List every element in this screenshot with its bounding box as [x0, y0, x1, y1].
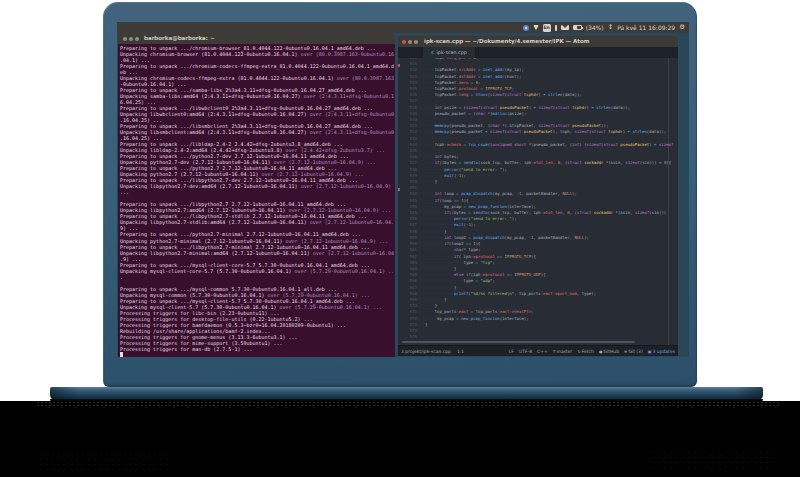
- status-label: Fetch: [582, 349, 594, 354]
- status-item-fetch[interactable]: ↻Fetch: [577, 349, 594, 354]
- shadow-speckle-right: [650, 450, 775, 470]
- line-number-gutter: 530 531 532 533 534 535 536 537 538 539 …: [398, 58, 417, 340]
- git-diff-marker: [398, 188, 400, 191]
- statusbar-right: LFUTF-8C++ϒmaster↻Fetch●GitHub⊕Git (3)▣3…: [509, 349, 675, 354]
- atom-title: ipk-scan.cpp — ~/Dokumenty/4.semester/IP…: [424, 36, 589, 47]
- close-icon[interactable]: [402, 40, 406, 44]
- code-editor[interactable]: 530 531 532 533 534 535 536 537 538 539 …: [398, 58, 678, 345]
- maximize-icon[interactable]: [135, 37, 139, 41]
- status-label: LF: [509, 349, 514, 354]
- terminal-cursor: [120, 352, 123, 357]
- atom-window: ipk-scan.cpp — ~/Dokumenty/4.semester/IP…: [398, 36, 678, 356]
- system-tray: En (34%) ↕ Pá kvě 11 16:09:29 ⚙: [523, 22, 685, 33]
- terminal-titlebar[interactable]: barborka@barborka: ~: [118, 33, 395, 44]
- battery-icon[interactable]: [573, 25, 582, 30]
- status-item-3-updates[interactable]: ▣3 updates: [648, 349, 675, 354]
- tab-label: ipk-scan.cpp: [437, 50, 467, 55]
- gear-icon[interactable]: ⚙: [679, 22, 685, 33]
- git-diff-marker: [398, 64, 400, 67]
- atom-statusbar: 2.projekt/ipk-scan.cpp 1:1 LFUTF-8C++ϒma…: [398, 345, 678, 356]
- status-item-git-3-[interactable]: ⊕Git (3): [624, 349, 643, 354]
- status-label: 3 updates: [653, 349, 676, 354]
- terminal-window: barborka@barborka: ~ Preparing to unpack…: [118, 33, 395, 357]
- status-item-master[interactable]: ϒmaster: [553, 349, 573, 354]
- code-text: ····tcph->urg_ptr = 0; ····tcpPacket.src…: [425, 58, 678, 340]
- maximize-icon[interactable]: [414, 40, 418, 44]
- terminal-output: Preparing to unpack .../chromium-browser…: [118, 44, 395, 357]
- sync-arrows-icon[interactable]: ↕: [608, 22, 613, 33]
- status-cursor-position[interactable]: 1:1: [457, 349, 464, 354]
- base-shadow-speckle: [36, 401, 780, 408]
- status-label: GitHub: [603, 349, 619, 354]
- terminal-title: barborka@barborka: ~: [144, 33, 215, 44]
- minimize-icon[interactable]: [408, 40, 412, 44]
- status-item-c-[interactable]: C++: [537, 349, 548, 354]
- wifi-icon[interactable]: [533, 25, 539, 30]
- status-file-path[interactable]: 2.projekt/ipk-scan.cpp: [401, 349, 451, 354]
- status-icon: ▣: [648, 349, 652, 354]
- ubuntu-top-panel: En (34%) ↕ Pá kvě 11 16:09:29 ⚙: [117, 22, 689, 33]
- minimize-icon[interactable]: [129, 37, 133, 41]
- status-icon: ↻: [577, 349, 580, 354]
- horizontal-scrollbar[interactable]: [402, 341, 635, 343]
- status-label: C++: [537, 349, 548, 354]
- battery-percent: (34%): [586, 22, 604, 33]
- status-label: master: [557, 349, 573, 354]
- tab-ipk-scan[interactable]: C ipk-scan.cpp: [422, 47, 476, 58]
- laptop-mockup: En (34%) ↕ Pá kvě 11 16:09:29 ⚙ barborka…: [0, 0, 800, 477]
- atom-tabbar: C ipk-scan.cpp: [398, 47, 678, 58]
- status-label: UTF-8: [519, 349, 532, 354]
- chromium-icon[interactable]: [523, 25, 529, 31]
- status-item-utf-8[interactable]: UTF-8: [519, 349, 532, 354]
- mail-icon[interactable]: [561, 25, 569, 30]
- status-item-github[interactable]: ●GitHub: [599, 349, 619, 354]
- screen-content: En (34%) ↕ Pá kvě 11 16:09:29 ⚙ barborka…: [117, 22, 689, 357]
- status-icon: ●: [599, 349, 603, 354]
- status-item-lf[interactable]: LF: [509, 349, 514, 354]
- status-label: Git (3): [628, 349, 642, 354]
- close-icon[interactable]: [123, 37, 127, 41]
- c-file-icon: C: [431, 50, 434, 55]
- status-icon: ⊕: [624, 349, 627, 354]
- statusbar-left: 2.projekt/ipk-scan.cpp 1:1: [401, 349, 464, 354]
- status-icon: ϒ: [553, 349, 556, 354]
- shadow-speckle-left: [38, 452, 168, 472]
- clock[interactable]: Pá kvě 11 16:09:29: [617, 22, 675, 33]
- terminal-body[interactable]: Preparing to unpack .../chromium-browser…: [118, 44, 395, 357]
- volume-icon[interactable]: [555, 25, 557, 31]
- atom-titlebar[interactable]: ipk-scan.cpp — ~/Dokumenty/4.semester/IP…: [398, 36, 678, 47]
- keyboard-layout-indicator[interactable]: En: [543, 24, 551, 32]
